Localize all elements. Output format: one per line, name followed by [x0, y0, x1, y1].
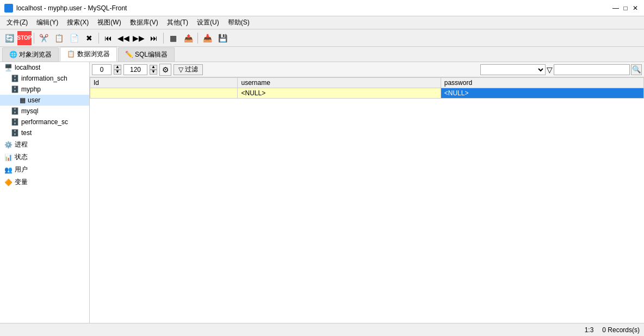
records-count: 0 Records(s) [602, 326, 640, 334]
cut-button[interactable]: ✂️ [36, 31, 51, 45]
col-header-id[interactable]: Id [90, 78, 238, 88]
sidebar-item-mysql[interactable]: 🗄️mysql [0, 106, 89, 117]
grid-button[interactable]: ▦ [166, 31, 180, 45]
sidebar-item-变量[interactable]: 🔶变量 [0, 176, 89, 188]
sidebar-icon-mysql: 🗄️ [11, 107, 19, 115]
next-page-button[interactable]: ▶▶ [132, 31, 146, 45]
table-row[interactable]: <NULL> <NULL> [90, 88, 644, 99]
sidebar-item-myphp[interactable]: 🗄️myphp [0, 84, 89, 95]
filter-icon: ▽ [178, 66, 183, 74]
save-button[interactable]: 💾 [215, 31, 230, 45]
first-button[interactable]: ⏮ [101, 31, 115, 45]
sidebar-label-状态: 状态 [15, 152, 28, 162]
sidebar-item-user[interactable]: ▦user [0, 95, 89, 106]
last-button[interactable]: ⏭ [147, 31, 161, 45]
sidebar-icon-状态: 📊 [4, 154, 13, 161]
sidebar-item-information_sch[interactable]: 🗄️information_sch [0, 73, 89, 84]
cursor-position: 1:3 [585, 326, 594, 334]
tab-object-browser-icon: 🌐 [9, 51, 17, 58]
toolbar-sep-3 [163, 33, 164, 44]
menu-bar: 文件(Z)编辑(Y)搜索(X)视图(W)数据库(V)其他(T)设置(U)帮助(S… [0, 16, 644, 29]
cell-username[interactable]: <NULL> [238, 88, 441, 99]
tab-object-browser[interactable]: 🌐 对象浏览器 [2, 47, 59, 62]
toolbar-sep-2 [98, 33, 99, 44]
data-table: Id username password <NULL> <NULL> [90, 77, 644, 99]
refresh-button[interactable]: 🔄 [2, 31, 16, 45]
sidebar-item-进程[interactable]: ⚙️进程 [0, 138, 89, 151]
start-spin-down[interactable]: ▼ [114, 70, 121, 75]
filter-config-button[interactable]: ⚙ [159, 64, 171, 76]
title-bar: localhost - myphp.user - MySQL-Front — □… [0, 0, 644, 16]
start-spinners: ▲ ▼ [114, 65, 121, 75]
stop-button[interactable]: STOP [17, 31, 32, 45]
sidebar: 🖥️localhost🗄️information_sch🗄️myphp▦user… [0, 62, 90, 323]
prev-page-button[interactable]: ◀◀ [116, 31, 131, 45]
sidebar-label-user: user [28, 96, 40, 104]
paste-button[interactable]: 📄 [67, 31, 81, 45]
col-header-username[interactable]: username [238, 78, 441, 88]
title-bar-left: localhost - myphp.user - MySQL-Front [4, 4, 127, 13]
menu-item-视图(W)[interactable]: 视图(W) [93, 17, 125, 28]
sidebar-label-localhost: localhost [15, 64, 40, 71]
toolbar-sep-1 [34, 33, 34, 44]
import-button[interactable]: 📥 [200, 31, 214, 45]
maximize-button[interactable]: □ [621, 4, 630, 13]
cell-id[interactable] [90, 88, 238, 99]
sidebar-icon-user: ▦ [20, 96, 26, 104]
filter-funnel-icon: ▽ [547, 65, 553, 74]
tab-data-browser[interactable]: 📋 数据浏览器 [60, 47, 116, 62]
sidebar-item-localhost[interactable]: 🖥️localhost [0, 62, 89, 73]
tab-object-browser-label: 对象浏览器 [19, 51, 52, 58]
sidebar-item-performance_sc[interactable]: 🗄️performance_sc [0, 117, 89, 127]
table-header-row: Id username password [90, 78, 644, 88]
menu-item-搜索(X)[interactable]: 搜索(X) [63, 17, 93, 28]
main-area: 🖥️localhost🗄️information_sch🗄️myphp▦user… [0, 62, 644, 323]
table-area[interactable]: Id username password <NULL> <NULL> [90, 77, 644, 323]
sidebar-label-变量: 变量 [15, 178, 28, 187]
toolbar-sep-4 [197, 33, 198, 44]
search-column-select[interactable] [480, 64, 546, 75]
export-button[interactable]: 📤 [181, 31, 195, 45]
start-input[interactable]: 0 [92, 64, 112, 75]
menu-item-数据库(V)[interactable]: 数据库(V) [126, 17, 163, 28]
sidebar-icon-进程: ⚙️ [4, 141, 13, 149]
tab-data-browser-icon: 📋 [67, 50, 75, 58]
sidebar-label-information_sch: information_sch [21, 75, 67, 82]
sidebar-icon-myphp: 🗄️ [11, 85, 19, 93]
search-button[interactable]: 🔍 [631, 64, 642, 75]
delete-button[interactable]: ✖ [82, 31, 96, 45]
tab-sql-editor[interactable]: ✏️ SQL编辑器 [118, 47, 175, 62]
cell-password[interactable]: <NULL> [441, 88, 643, 99]
sidebar-icon-test: 🗄️ [11, 129, 19, 137]
menu-item-文件(Z)[interactable]: 文件(Z) [2, 17, 32, 28]
toolbar: 🔄 STOP ✂️ 📋 📄 ✖ ⏮ ◀◀ ▶▶ ⏭ ▦ 📤 📥 💾 [0, 29, 644, 47]
sidebar-item-test[interactable]: 🗄️test [0, 127, 89, 138]
sidebar-label-进程: 进程 [15, 140, 28, 149]
menu-item-编辑(Y)[interactable]: 编辑(Y) [32, 17, 63, 28]
tab-sql-editor-icon: ✏️ [125, 51, 133, 58]
menu-item-设置(U)[interactable]: 设置(U) [193, 17, 224, 28]
sidebar-label-myphp: myphp [21, 85, 41, 93]
sidebar-icon-变量: 🔶 [4, 179, 13, 186]
copy-button[interactable]: 📋 [52, 31, 66, 45]
tab-bar: 🌐 对象浏览器 📋 数据浏览器 ✏️ SQL编辑器 [0, 47, 644, 62]
col-header-password[interactable]: password [441, 78, 643, 88]
filter-button[interactable]: ▽ 过滤 [174, 64, 203, 75]
sidebar-item-用户[interactable]: 👥用户 [0, 163, 89, 176]
search-input[interactable] [554, 64, 630, 75]
sidebar-item-状态[interactable]: 📊状态 [0, 151, 89, 163]
close-button[interactable]: ✕ [631, 4, 640, 13]
count-spinners: ▲ ▼ [150, 65, 157, 75]
title-bar-controls: — □ ✕ [611, 4, 640, 13]
menu-item-帮助(S)[interactable]: 帮助(S) [224, 17, 254, 28]
app-icon [4, 4, 13, 13]
count-input[interactable]: 120 [123, 64, 147, 75]
filter-label: 过滤 [185, 65, 198, 74]
sidebar-icon-用户: 👥 [4, 166, 13, 174]
title-text: localhost - myphp.user - MySQL-Front [16, 4, 127, 12]
minimize-button[interactable]: — [611, 4, 620, 13]
count-spin-down[interactable]: ▼ [150, 70, 157, 75]
sidebar-label-test: test [21, 129, 32, 137]
menu-item-其他(T)[interactable]: 其他(T) [163, 17, 193, 28]
sidebar-icon-information_sch: 🗄️ [11, 75, 19, 82]
